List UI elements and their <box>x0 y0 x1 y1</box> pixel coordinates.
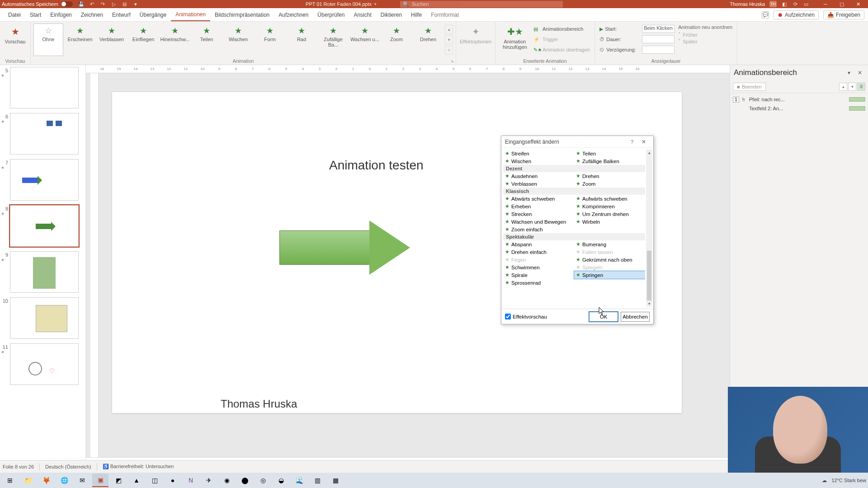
slide-outline[interactable]: 5★ 6★ 7★ 8★ 9★ 10 11★♡ <box>0 65 86 475</box>
anim-item-2[interactable]: Textfeld 2: An... <box>733 104 865 113</box>
app-icon[interactable]: ◉ <box>219 474 235 487</box>
tab-aufzeichnen[interactable]: Aufzeichnen <box>274 8 313 21</box>
filename-label[interactable]: PPT 01 Roter Faden 004.pptx <box>306 1 372 7</box>
tab-datei[interactable]: Datei <box>4 8 25 21</box>
dialog-header[interactable]: Eingangseffekt ändern ? ✕ <box>501 136 653 148</box>
start-menu-icon[interactable]: ⊞ <box>2 474 18 487</box>
weather-text[interactable]: 12°C Stark bew <box>831 478 866 483</box>
scroll-down-icon[interactable]: ▾ <box>648 300 651 307</box>
dialog-help-icon[interactable]: ? <box>626 137 638 146</box>
effect-wischen[interactable]: ★Wischen <box>503 157 574 165</box>
app-icon[interactable]: ◒ <box>273 474 289 487</box>
effect-list[interactable]: ★Streifen★Teilen ★Wischen★Zufällige Balk… <box>503 150 645 307</box>
gallery-zoom[interactable]: ★Zoom <box>382 23 411 56</box>
pane-options-icon[interactable]: ▾ <box>844 68 854 77</box>
toggle-switch[interactable] <box>61 1 73 7</box>
effect-um-zentrum-drehen[interactable]: ★Um Zentrum drehen <box>574 210 645 218</box>
gallery-einfliegen[interactable]: ★Einfliegen <box>128 23 158 56</box>
gallery-hineinschweben[interactable]: ★Hineinschw... <box>160 23 190 56</box>
effect-drehen[interactable]: ★Drehen <box>574 172 645 180</box>
weather-icon[interactable]: ☁ <box>822 478 827 483</box>
effect-bumerang[interactable]: ★Bumerang <box>574 240 645 248</box>
share-button[interactable]: 📤Freigeben <box>823 10 864 19</box>
save-icon[interactable]: 💾 <box>78 1 85 7</box>
sync-icon[interactable]: ⟳ <box>792 1 798 7</box>
scroll-up-icon[interactable]: ▴ <box>445 25 453 34</box>
start-icon[interactable]: ▷ <box>111 1 117 7</box>
effect-spirale[interactable]: ★Spirale <box>503 271 574 279</box>
gallery-teilen[interactable]: ★Teilen <box>192 23 222 56</box>
maximize-button[interactable]: ▢ <box>834 0 850 8</box>
gallery-verblassen[interactable]: ★Verblassen <box>97 23 127 56</box>
tab-zeichnen[interactable]: Zeichnen <box>76 8 108 21</box>
filename-chevron-icon[interactable]: ▾ <box>374 2 377 6</box>
gallery-drehen[interactable]: ★Drehen <box>413 23 443 56</box>
ribbon-mode-icon[interactable]: ▭ <box>803 1 809 7</box>
effect-erheben[interactable]: ★Erheben <box>503 202 574 210</box>
tab-uebergaenge[interactable]: Übergänge <box>135 8 171 21</box>
firefox-icon[interactable]: 🦊 <box>38 474 54 487</box>
edge-icon[interactable]: 🌊 <box>291 474 307 487</box>
effect-drehen-einfach[interactable]: ★Drehen einfach <box>503 248 574 256</box>
qat-more-icon[interactable]: ▾ <box>132 1 139 7</box>
effect-wirbeln[interactable]: ★Wirbeln <box>574 218 645 225</box>
duration-input[interactable] <box>642 35 675 43</box>
add-animation-button[interactable]: ✚★ Animation hinzufügen <box>498 23 532 58</box>
redo-icon[interactable]: ↷ <box>100 1 106 7</box>
username-label[interactable]: Thomas Hruska <box>730 1 765 7</box>
delay-input[interactable] <box>642 46 675 54</box>
pane-close-icon[interactable]: ✕ <box>855 68 864 77</box>
gallery-form[interactable]: ★Form <box>255 23 285 56</box>
gallery-zufaellige[interactable]: ★Zufällige Ba... <box>318 23 348 56</box>
dialog-close-icon[interactable]: ✕ <box>638 137 650 146</box>
scroll-up-icon[interactable]: ▴ <box>648 150 651 156</box>
gallery-wischen[interactable]: ★Wischen <box>223 23 253 56</box>
vlc-icon[interactable]: ▲ <box>128 474 145 487</box>
effect-zufaellige-balken[interactable]: ★Zufällige Balken <box>574 157 645 165</box>
effect-springen[interactable]: ★Springen <box>574 271 645 279</box>
tab-diktieren[interactable]: Diktieren <box>376 8 406 21</box>
effect-abwaerts-schweben[interactable]: ★Abwärts schweben <box>503 195 574 202</box>
slide-count[interactable]: Folie 8 von 26 <box>3 464 34 469</box>
effect-zoom-einfach[interactable]: ★Zoom einfach <box>503 225 574 233</box>
chrome-icon[interactable]: 🌐 <box>56 474 72 487</box>
autosave-toggle[interactable]: Automatisches Speichern <box>2 1 73 7</box>
undo-icon[interactable]: ↶ <box>89 1 95 7</box>
effect-abspann[interactable]: ★Abspann <box>503 240 574 248</box>
arrow-shape[interactable] <box>279 221 410 275</box>
effect-wachsen-bewegen[interactable]: ★Wachsen und Bewegen <box>503 218 574 225</box>
gallery-wachsen[interactable]: ★Wachsen u... <box>350 23 380 56</box>
effect-ausdehnen[interactable]: ★Ausdehnen <box>503 172 574 180</box>
search-box[interactable]: 🔍 <box>400 1 563 8</box>
obs-icon[interactable]: ⬤ <box>237 474 253 487</box>
slide-thumb-6[interactable]: 6★ <box>1 113 85 155</box>
effect-verblassen[interactable]: ★Verblassen <box>503 180 574 188</box>
minimize-button[interactable]: ─ <box>817 0 834 8</box>
expand-icon[interactable]: ▿ <box>445 46 453 55</box>
anim-timeline-bar[interactable] <box>849 97 865 102</box>
effect-gekruemmt[interactable]: ★Gekrümmt nach oben <box>574 256 645 263</box>
language-label[interactable]: Deutsch (Österreich) <box>45 464 91 469</box>
slide-thumb-7[interactable]: 7★ <box>1 159 85 201</box>
touch-icon[interactable]: ⊟ <box>122 1 128 7</box>
preview-effect-input[interactable] <box>505 314 511 319</box>
slide-thumb-9[interactable]: 9★ <box>1 251 85 293</box>
effect-schwimmen[interactable]: ★Schwimmen <box>503 263 574 271</box>
slide-thumb-8[interactable]: 8★ <box>1 205 85 247</box>
dialog-launcher-animation[interactable]: ↘ <box>450 59 454 63</box>
effect-zoom[interactable]: ★Zoom <box>574 180 645 188</box>
move-down-icon[interactable]: ▾ <box>848 83 856 91</box>
gallery-erscheinen[interactable]: ★Erscheinen <box>65 23 95 56</box>
teams-icon[interactable]: ◧ <box>781 1 788 7</box>
play-button[interactable]: ■Beenden <box>733 83 766 91</box>
slide-author[interactable]: Thomas Hruska <box>221 398 297 410</box>
explorer-icon[interactable]: 📁 <box>20 474 36 487</box>
anim-item-1[interactable]: 1 🖱 Pfeil: nach rec... <box>733 95 865 104</box>
effect-streifen[interactable]: ★Streifen <box>503 150 574 157</box>
tab-ueberpruefen[interactable]: Überprüfen <box>313 8 349 21</box>
user-avatar[interactable]: TH <box>769 1 777 7</box>
tab-start[interactable]: Start <box>25 8 46 21</box>
tab-hilfe[interactable]: Hilfe <box>406 8 426 21</box>
record-button[interactable]: ⏺Aufzeichnen <box>774 10 819 19</box>
slide-thumb-11[interactable]: 11★♡ <box>1 343 85 385</box>
